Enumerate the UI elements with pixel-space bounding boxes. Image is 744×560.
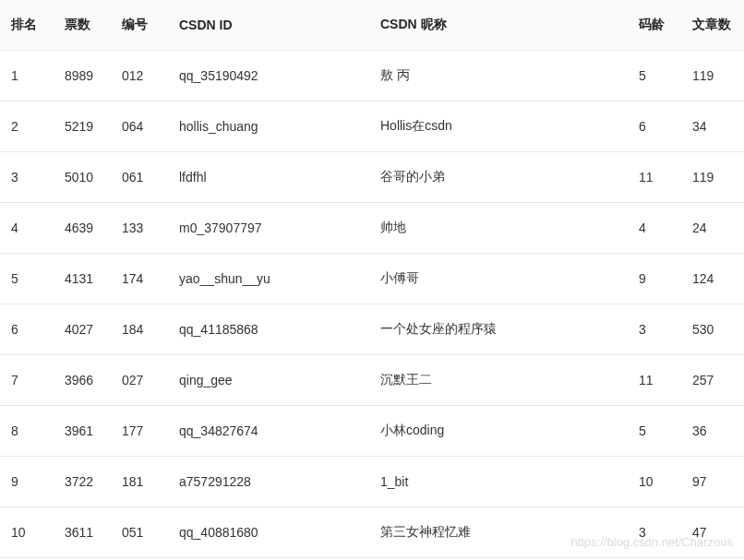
cell-num: 012 [111,50,168,101]
table-row: 44639133m0_37907797帅地424 [0,202,744,253]
cell-articles: 34 [681,101,744,151]
cell-votes: 8989 [54,50,111,101]
cell-num: 061 [111,151,168,202]
col-num[interactable]: 编号 [111,0,168,50]
cell-csdn_id: qq_41185868 [168,304,369,354]
table-row: 25219064hollis_chuangHollis在csdn634 [0,101,744,151]
cell-rank: 3 [0,151,54,202]
col-csdn-id[interactable]: CSDN ID [168,0,369,50]
cell-csdn_id: a757291228 [168,456,369,506]
cell-csdn_id: m0_37907797 [168,202,369,253]
cell-articles: 257 [681,354,744,405]
cell-nickname: 小傅哥 [369,253,628,304]
cell-nickname: 一个处女座的程序猿 [369,304,628,354]
table-row: 103611051qq_40881680第三女神程忆难347 [0,506,744,557]
cell-num: 184 [111,304,168,354]
col-votes[interactable]: 票数 [54,0,111,50]
cell-age: 3 [628,506,681,557]
col-articles[interactable]: 文章数 [681,0,744,50]
cell-votes: 5219 [54,101,111,151]
cell-age: 5 [628,50,681,101]
cell-articles: 97 [681,456,744,506]
cell-num: 177 [111,405,168,456]
cell-rank: 5 [0,253,54,304]
cell-num: 027 [111,354,168,405]
cell-num: 064 [111,101,168,151]
cell-votes: 3966 [54,354,111,405]
cell-votes: 3961 [54,405,111,456]
table-row: 73966027qing_gee沉默王二11257 [0,354,744,405]
table-row: 35010061lfdfhl谷哥的小弟11119 [0,151,744,202]
cell-rank: 2 [0,101,54,151]
cell-age: 5 [628,405,681,456]
cell-num: 181 [111,456,168,506]
cell-articles: 530 [681,304,744,354]
cell-articles: 36 [681,405,744,456]
cell-rank: 10 [0,506,54,557]
cell-votes: 4131 [54,253,111,304]
cell-csdn_id: qing_gee [168,354,369,405]
table-body: 18989012qq_35190492敖 丙511925219064hollis… [0,50,744,557]
table-header: 排名 票数 编号 CSDN ID CSDN 昵称 码龄 文章数 [0,0,744,50]
cell-rank: 4 [0,202,54,253]
cell-votes: 3611 [54,506,111,557]
cell-num: 133 [111,202,168,253]
cell-articles: 124 [681,253,744,304]
table-row: 93722181a7572912281_bit1097 [0,456,744,506]
table-row: 83961177qq_34827674小林coding536 [0,405,744,456]
cell-age: 11 [628,354,681,405]
cell-num: 051 [111,506,168,557]
cell-rank: 9 [0,456,54,506]
cell-nickname: 沉默王二 [369,354,628,405]
cell-num: 174 [111,253,168,304]
table-row: 64027184qq_41185868一个处女座的程序猿3530 [0,304,744,354]
cell-nickname: 第三女神程忆难 [369,506,628,557]
cell-votes: 5010 [54,151,111,202]
cell-articles: 47 [681,506,744,557]
ranking-table-container: 排名 票数 编号 CSDN ID CSDN 昵称 码龄 文章数 18989012… [0,0,744,558]
cell-age: 9 [628,253,681,304]
cell-nickname: 谷哥的小弟 [369,151,628,202]
cell-csdn_id: qq_40881680 [168,506,369,557]
cell-articles: 119 [681,151,744,202]
cell-csdn_id: hollis_chuang [168,101,369,151]
ranking-table: 排名 票数 编号 CSDN ID CSDN 昵称 码龄 文章数 18989012… [0,0,744,558]
cell-rank: 7 [0,354,54,405]
cell-age: 10 [628,456,681,506]
cell-age: 4 [628,202,681,253]
cell-votes: 4639 [54,202,111,253]
cell-votes: 3722 [54,456,111,506]
col-age[interactable]: 码龄 [628,0,681,50]
cell-age: 3 [628,304,681,354]
cell-csdn_id: lfdfhl [168,151,369,202]
cell-rank: 8 [0,405,54,456]
cell-rank: 1 [0,50,54,101]
cell-csdn_id: qq_35190492 [168,50,369,101]
cell-articles: 24 [681,202,744,253]
cell-csdn_id: qq_34827674 [168,405,369,456]
cell-nickname: 1_bit [369,456,628,506]
cell-rank: 6 [0,304,54,354]
table-row: 18989012qq_35190492敖 丙5119 [0,50,744,101]
col-nickname[interactable]: CSDN 昵称 [369,0,628,50]
cell-csdn_id: yao__shun__yu [168,253,369,304]
cell-nickname: 小林coding [369,405,628,456]
cell-nickname: Hollis在csdn [369,101,628,151]
cell-nickname: 敖 丙 [369,50,628,101]
table-row: 54131174yao__shun__yu小傅哥9124 [0,253,744,304]
cell-articles: 119 [681,50,744,101]
cell-nickname: 帅地 [369,202,628,253]
cell-age: 11 [628,151,681,202]
cell-age: 6 [628,101,681,151]
col-rank[interactable]: 排名 [0,0,54,50]
cell-votes: 4027 [54,304,111,354]
